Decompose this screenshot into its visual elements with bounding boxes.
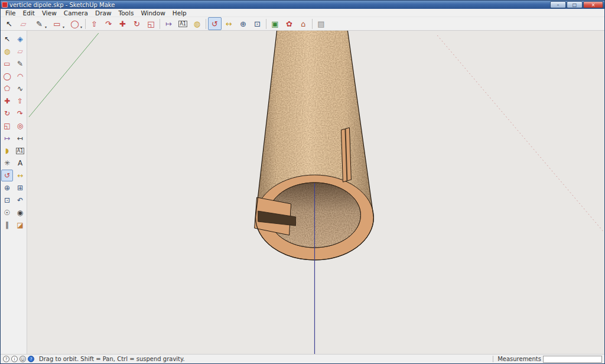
left-look-around-tool[interactable]: ◉ bbox=[14, 207, 26, 219]
maximize-button[interactable]: □ bbox=[567, 1, 583, 8]
left-follow-me-tool[interactable]: ↷ bbox=[14, 108, 26, 119]
tool-glyph-icon: ◍ bbox=[4, 47, 10, 56]
left-zoom-extents-tool[interactable]: ⊡ bbox=[1, 194, 13, 206]
tool-glyph-icon: ☉ bbox=[4, 209, 11, 217]
rotate-tool[interactable]: ↻ ▾ bbox=[130, 17, 144, 30]
menu-bar: File Edit View Camera Draw Tools Window … bbox=[1, 9, 604, 17]
toolbar-separator[interactable]: ▾ bbox=[85, 19, 86, 29]
eraser-tool[interactable]: ▱ ▾ bbox=[17, 17, 30, 30]
menu-tools[interactable]: Tools bbox=[115, 9, 138, 17]
scale-tool[interactable]: ◱ ▾ bbox=[144, 17, 158, 30]
circle-tool[interactable]: ◯ ▾ bbox=[66, 17, 83, 30]
chevron-down-icon: ▾ bbox=[63, 25, 64, 29]
extension-warehouse-tool[interactable]: ✿ ▾ bbox=[282, 17, 296, 30]
left-make-component-tool[interactable]: ◈ bbox=[14, 33, 26, 45]
title-bar[interactable]: verticle dipole.skp - SketchUp Make – □ … bbox=[1, 1, 604, 9]
viewport[interactable] bbox=[27, 31, 604, 354]
left-axes-tool[interactable]: ✳ bbox=[1, 157, 13, 169]
left-toolbar: ↖ ◈ ◍ ▱ ▭ ✎ bbox=[1, 31, 27, 354]
toolbar-separator[interactable]: ▾ bbox=[312, 19, 313, 29]
left-text-tool[interactable]: A1 bbox=[14, 145, 26, 157]
left-section-plane-tool[interactable]: ◪ bbox=[14, 219, 26, 231]
zoom-extents-tool[interactable]: ⊡ ▾ bbox=[251, 17, 264, 30]
tool-glyph-icon: ↺ bbox=[212, 20, 218, 28]
tool-glyph-icon: ↻ bbox=[4, 109, 10, 118]
left-polygon-tool[interactable]: ⬠ bbox=[1, 83, 13, 95]
top-toolbar: ↖ ▾ ▱ ▾ ✎ ▾ ▭ ▾ ◯ ▾ bbox=[1, 17, 604, 31]
toolbar-separator[interactable]: ▾ bbox=[266, 19, 266, 29]
tool-glyph-icon: ↔ bbox=[17, 171, 23, 180]
toolbar-separator[interactable]: ▾ bbox=[160, 19, 160, 29]
orbit-tool[interactable]: ↺ ▾ bbox=[208, 17, 222, 30]
left-eraser-tool[interactable]: ▱ bbox=[14, 46, 26, 57]
send-to-layout-tool[interactable]: ▤ ▾ bbox=[314, 17, 328, 30]
push-pull-tool[interactable]: ⇧ ▾ bbox=[87, 17, 101, 30]
left-rectangle-tool[interactable]: ▭ bbox=[1, 58, 13, 70]
line-tool[interactable]: ✎ ▾ bbox=[31, 17, 48, 30]
left-zoom-tool[interactable]: ⊕ bbox=[1, 182, 13, 194]
shapes-tool[interactable]: ▭ ▾ bbox=[48, 17, 66, 30]
tool-glyph-icon: ▱ bbox=[17, 47, 22, 56]
left-3d-text-tool[interactable]: A bbox=[14, 157, 26, 169]
status-help-icon[interactable]: ? bbox=[3, 356, 9, 362]
menu-edit[interactable]: Edit bbox=[19, 9, 38, 17]
left-orbit-tool[interactable]: ↺ bbox=[1, 170, 13, 181]
tool-glyph-icon: ✚ bbox=[4, 97, 10, 105]
menu-window[interactable]: Window bbox=[137, 9, 168, 17]
tool-glyph-icon: ◉ bbox=[17, 209, 23, 217]
tape-measure-tool[interactable]: ↦ ▾ bbox=[162, 17, 175, 30]
menu-view[interactable]: View bbox=[38, 9, 60, 17]
left-walk-tool[interactable]: ‖ bbox=[1, 219, 13, 231]
toolbar-separator[interactable]: ▾ bbox=[206, 19, 206, 29]
model-canvas[interactable] bbox=[27, 31, 604, 354]
tool-glyph-icon: ◪ bbox=[17, 221, 23, 229]
left-pan-tool[interactable]: ↔ bbox=[14, 170, 26, 181]
tool-glyph-icon: ▤ bbox=[317, 20, 324, 28]
menu-camera[interactable]: Camera bbox=[60, 9, 92, 17]
minimize-button[interactable]: – bbox=[550, 1, 566, 8]
measurements-input[interactable] bbox=[543, 356, 602, 363]
left-tape-measure-tool[interactable]: ↦ bbox=[1, 132, 13, 144]
tool-glyph-icon: ▣ bbox=[271, 20, 278, 28]
menu-draw[interactable]: Draw bbox=[92, 9, 115, 17]
select-tool[interactable]: ↖ ▾ bbox=[2, 17, 16, 30]
left-offset-tool[interactable]: ◎ bbox=[14, 120, 26, 132]
close-button[interactable]: × bbox=[583, 1, 603, 8]
tool-glyph-icon: ↷ bbox=[17, 109, 23, 118]
tool-glyph-icon: ▭ bbox=[53, 20, 60, 28]
status-tip-icon[interactable]: ? bbox=[28, 356, 34, 362]
left-protractor-tool[interactable]: ◗ bbox=[1, 145, 13, 157]
tool-glyph-icon: ↤ bbox=[17, 134, 23, 142]
warehouse-3d-tool[interactable]: ⌂ ▾ bbox=[297, 17, 310, 30]
move-tool[interactable]: ✚ ▾ bbox=[116, 17, 129, 30]
status-geolocate-icon[interactable]: ☺ bbox=[19, 356, 26, 362]
left-freehand-tool[interactable]: ∿ bbox=[14, 83, 26, 95]
left-push-pull-tool[interactable]: ⇧ bbox=[14, 95, 26, 107]
left-rotate-tool[interactable]: ↻ bbox=[1, 108, 13, 119]
left-dimension-tool[interactable]: ↤ bbox=[14, 132, 26, 144]
left-move-tool[interactable]: ✚ bbox=[1, 95, 13, 107]
left-position-camera-tool[interactable]: ☉ bbox=[1, 207, 13, 219]
zoom-tool[interactable]: ⊕ ▾ bbox=[236, 17, 250, 30]
left-zoom-window-tool[interactable]: ⊞ bbox=[14, 182, 26, 194]
tool-glyph-icon: ↻ bbox=[134, 20, 140, 28]
tool-glyph-icon: ⊕ bbox=[240, 20, 246, 28]
tool-glyph-icon: ◯ bbox=[70, 20, 79, 28]
tool-glyph-icon: ⬠ bbox=[4, 84, 10, 93]
left-previous-view-tool[interactable]: ↶ bbox=[14, 194, 26, 206]
left-line-tool[interactable]: ✎ bbox=[14, 58, 26, 70]
tool-glyph-icon: ▱ bbox=[21, 20, 27, 28]
menu-help[interactable]: Help bbox=[169, 9, 190, 17]
menu-file[interactable]: File bbox=[2, 9, 19, 17]
left-paint-bucket-tool[interactable]: ◍ bbox=[1, 46, 13, 57]
pan-tool[interactable]: ↔ ▾ bbox=[222, 17, 236, 30]
left-scale-tool[interactable]: ◱ bbox=[1, 120, 13, 132]
left-select-tool[interactable]: ↖ bbox=[1, 33, 13, 45]
text-tool[interactable]: A1 ▾ bbox=[176, 17, 190, 30]
paint-bucket-tool[interactable]: ◍ ▾ bbox=[190, 17, 204, 30]
follow-me-tool[interactable]: ↷ ▾ bbox=[102, 17, 115, 30]
left-arc-tool[interactable]: ◠ bbox=[14, 70, 26, 82]
status-info-icon[interactable]: i bbox=[11, 356, 18, 362]
left-circle-tool[interactable]: ◯ bbox=[1, 70, 13, 82]
get-models-tool[interactable]: ▣ ▾ bbox=[268, 17, 282, 30]
